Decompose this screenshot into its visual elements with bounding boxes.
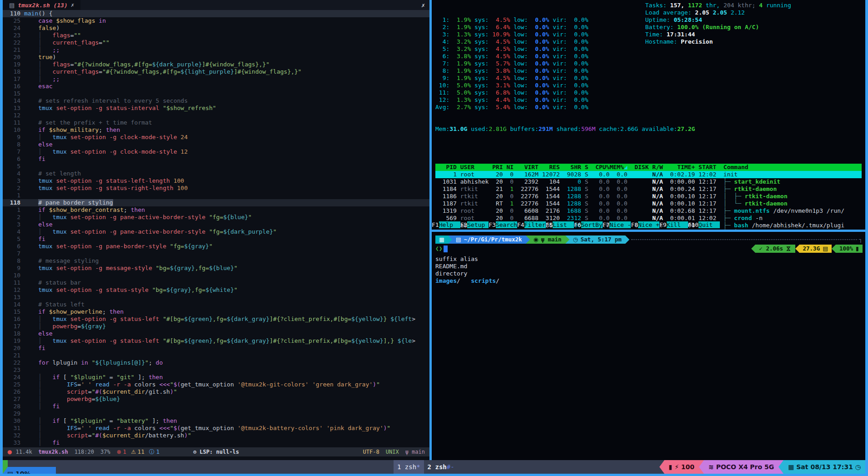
tmux-status-bar: ✈◉ main ψ▤ 10%▥ 2GB/30GB 1 zsh*2 zsh#- ▮… (3, 460, 865, 474)
info-row: Battery: 100.0% (Running on A/C) (645, 24, 791, 31)
code-line: 10 (3, 272, 429, 279)
code-line: 21 (3, 352, 429, 359)
code-line: 16 esac (3, 83, 429, 90)
fkey-f4[interactable]: F4Filter (517, 221, 546, 229)
code-line: 9 tmux set-option -g message-style "bg=$… (3, 265, 429, 272)
code-line: 20 true) (3, 54, 429, 61)
code-area[interactable]: 110 main() {25 case $show_flags in24 fal… (3, 10, 429, 446)
code-line: 5 (3, 163, 429, 170)
tmux-window-list: 1 zsh*2 zsh#- (394, 460, 458, 474)
tab-close-icon[interactable]: ✗ (71, 2, 74, 8)
fkey-f10[interactable]: F10Quit (688, 221, 720, 229)
code-line: 15 if $show_powerline; then (3, 308, 429, 316)
code-line: 8 else (3, 141, 429, 148)
function-key-bar: F1Help F2Setup F3SearchF4FilterF5List F6… (432, 221, 720, 229)
cpu-meter-row: 5:3.2% sys:4.5% low:0.0% vir:0.0% (435, 45, 862, 53)
shell-prompt: ▦▤~/Pr/Gi/Pr/tmux2k◉ψ main◷Sat, 5:17 pm┐ (435, 235, 863, 244)
prompt-status-ram: 27.3G▤ (799, 245, 832, 253)
pane-border-horizontal[interactable] (432, 230, 865, 232)
system-info: Tasks: 157, 1172 thr, 204 kthr; 4 runnin… (645, 2, 791, 45)
tmux-window-1[interactable]: 1 zsh* (394, 460, 424, 474)
file-format: UNIX (386, 449, 399, 455)
editor-pane[interactable]: ▤ tmux2k.sh (13) ✗ ✗ 110 main() {25 case… (3, 0, 429, 460)
time-segment: ◷Sat, 5:17 pm (569, 235, 625, 244)
fkey-f3[interactable]: F3Search (489, 221, 517, 229)
process-row[interactable]: 1031abhishek20023921040S0.00.0N/A0:00.00… (435, 178, 862, 185)
code-line: 4 # set length (3, 170, 429, 177)
process-table[interactable]: PIDUSERPRINIVIRTRESSHRSCPU%MEM%◢DISK R/W… (435, 164, 862, 230)
pane-border-bottom (0, 474, 868, 476)
process-row[interactable]: 1186rtkit2002277615441288S0.00.0N/A0:00.… (435, 193, 862, 200)
tabbar-close-icon[interactable]: ✗ (421, 2, 425, 9)
info-row: Uptime: 05:28:54 (645, 16, 791, 24)
output-line: README.md (435, 263, 863, 270)
code-line: 24 │ if [ "$lplugin" = "git" ]; then (3, 374, 429, 381)
code-line: 17 │ ;; (3, 75, 429, 83)
process-row[interactable]: 1187rtkitRT12277615441288S0.00.0N/A0:00.… (435, 200, 862, 207)
tab-title: tmux2k.sh (13) (18, 2, 68, 9)
code-line: 10 if $show_military; then (3, 126, 429, 134)
process-row[interactable]: 569root200668831202312S0.00.0N/A0:00.011… (435, 215, 862, 222)
code-line: 20 fi (3, 345, 429, 352)
terminal-output: suffix aliasREADME.mddirectoryimages/ sc… (435, 256, 863, 285)
code-line: 11 # set the prefix + t time format (3, 119, 429, 126)
vim-statusline: ⚙ LSP: null-ls ● 11.4k tmux2k.sh 118:20 … (3, 447, 429, 456)
code-line: 15 (3, 90, 429, 97)
code-line: 7 │ tmux set-option -g clock-mode-style … (3, 148, 429, 155)
pane-border-left (0, 0, 3, 474)
code-line: 110 main() { (3, 10, 429, 17)
code-line: 8 # message styling (3, 257, 429, 265)
prompt-status-hourglass: ✓ 2.06s⋈ (755, 245, 795, 253)
process-table-header[interactable]: PIDUSERPRINIVIRTRESSHRSCPU%MEM%◢DISK R/W… (435, 164, 862, 171)
cpu-meter-row: 7:1.9% sys:5.7% low:0.0% vir:0.0% (435, 60, 862, 67)
code-line: 19 │ tmux set-option -g status-left "#[b… (3, 337, 429, 345)
fkey-f5[interactable]: F5List (546, 221, 574, 229)
code-line: 18 else (3, 330, 429, 337)
cpu-meter-row: 12:1.3% sys:4.4% low:0.0% vir:0.0% (435, 96, 862, 104)
tmux-window-2[interactable]: 2 zsh#- (424, 463, 458, 471)
system-monitor-pane[interactable]: 1:1.9% sys:4.5% low:0.0% vir:0.0%2:1.9% … (432, 0, 865, 230)
terminal-pane[interactable]: ▦▤~/Pr/Gi/Pr/tmux2k◉ψ main◷Sat, 5:17 pm┐… (432, 232, 865, 460)
bar-segment: ≋ POCO X4 Pro 5G (704, 460, 778, 474)
tmux-bar-left: ✈◉ main ψ▤ 10%▥ 2GB/30GB (3, 460, 56, 474)
editor-tabbar: ▤ tmux2k.sh (13) ✗ ✗ (3, 0, 429, 10)
code-line: 23 (3, 366, 429, 374)
code-line: 2 │ tmux set-option -g pane-active-borde… (3, 214, 429, 221)
info-row: Time: 17:31:44 (645, 31, 791, 38)
fkey-f8[interactable]: F8Nice + (631, 221, 659, 229)
code-line: 11 # status bar (3, 279, 429, 286)
tmux-bar-right: ▮ ⚡ 100≋ POCO X4 Pro 5G▦ Sat 08/13 17:31… (659, 460, 865, 474)
git-segment: ◉ψ main (530, 235, 565, 244)
output-line: directory (435, 270, 863, 277)
fkey-f9[interactable]: F9Kill (659, 221, 688, 229)
code-line: 29 (3, 410, 429, 417)
code-line: 3 tmux set-option -g status-left-length … (3, 177, 429, 185)
code-line: 13 (3, 294, 429, 301)
fkey-f2[interactable]: F2Setup (460, 221, 489, 229)
fkey-f6[interactable]: F6SortBy (574, 221, 603, 229)
code-line: 22 for lplugin in "${lplugins[@]}"; do (3, 359, 429, 366)
tab-tmux2k[interactable]: ▤ tmux2k.sh (13) ✗ (3, 0, 80, 10)
process-row[interactable]: 1root200162M120729028S0.00.0N/A0:02.1912… (435, 171, 862, 178)
code-line: 5 fi (3, 235, 429, 243)
code-line: 118 # pane border styling (3, 199, 429, 206)
bar-segment: ▤ 10% (3, 467, 56, 474)
info-row: Hostname: Precision (645, 38, 791, 45)
code-line: 33 │ fi (3, 439, 429, 446)
process-row[interactable]: 1184rtkit2112277615441288S0.00.0N/A0:00.… (435, 185, 862, 193)
cpu-meter-row: 8:1.9% sys:3.8% low:0.0% vir:0.0% (435, 67, 862, 75)
memory-row: Mem:31.0G used:2.81G buffers:291M shared… (435, 125, 862, 133)
distro-segment: ▦ (435, 235, 448, 244)
prompt-right-status: ✓ 2.06s⋈27.3G▤100%▮ (751, 245, 863, 253)
fkey-f1[interactable]: F1Help (432, 221, 460, 229)
code-line: 3 else (3, 221, 429, 228)
process-row[interactable]: 1319root200660821761688S0.00.0N/A0:02.68… (435, 207, 862, 215)
output-line: suffix alias (435, 256, 863, 263)
code-line: 28 │ fi (3, 403, 429, 410)
fkey-f7[interactable]: F7Nice - (603, 221, 631, 229)
code-line: 6 fi (3, 155, 429, 163)
code-line: 23 │ flags="" (3, 32, 429, 39)
code-line: 12 (3, 112, 429, 119)
code-line: 9 │ tmux set-option -g clock-mode-style … (3, 134, 429, 141)
code-line: 1 (3, 192, 429, 199)
